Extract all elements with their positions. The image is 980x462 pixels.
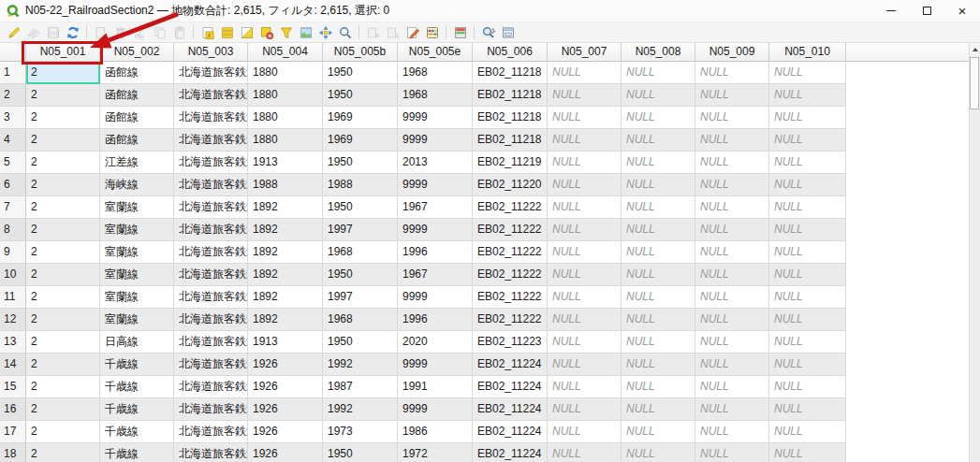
table-cell[interactable]: 1926 [248, 398, 323, 421]
table-cell[interactable]: NULL [548, 286, 622, 309]
table-cell[interactable]: 1969 [323, 129, 398, 152]
table-cell[interactable]: 2 [26, 219, 100, 241]
column-header-N05_007[interactable]: N05_007 [548, 43, 622, 62]
table-cell[interactable]: 2 [26, 376, 100, 398]
row-number[interactable]: 1 [0, 62, 26, 84]
table-cell[interactable]: 1880 [248, 62, 323, 84]
column-header-N05_002[interactable]: N05_002 [100, 43, 174, 62]
table-cell[interactable]: NULL [695, 219, 769, 241]
table-cell[interactable]: NULL [695, 331, 769, 354]
table-cell[interactable]: EB02_11224 [473, 398, 548, 421]
table-cell[interactable]: 9999 [398, 129, 473, 152]
table-cell[interactable]: NULL [769, 309, 846, 331]
table-cell[interactable]: 2 [26, 152, 100, 174]
table-cell[interactable]: EB02_11222 [473, 309, 548, 331]
table-cell[interactable]: NULL [695, 421, 769, 443]
table-cell[interactable]: 2 [26, 354, 100, 376]
table-cell[interactable]: 海峡線 [100, 174, 174, 196]
table-cell[interactable]: 2 [26, 129, 100, 152]
table-cell[interactable]: 1926 [248, 443, 323, 462]
table-cell[interactable]: NULL [769, 129, 846, 152]
table-cell[interactable]: NULL [769, 443, 846, 462]
corner-header[interactable] [0, 43, 26, 62]
table-cell[interactable]: 2 [26, 107, 100, 129]
table-cell[interactable]: NULL [695, 398, 769, 421]
table-cell[interactable]: NULL [769, 241, 846, 264]
select-all-button[interactable] [219, 24, 236, 41]
table-cell[interactable]: NULL [695, 286, 769, 309]
table-cell[interactable]: 北海道旅客鉄道... [174, 331, 248, 354]
minimize-button[interactable] [873, 0, 909, 22]
table-cell[interactable]: 2 [26, 241, 100, 264]
table-cell[interactable]: 千歳線 [100, 421, 174, 443]
row-number[interactable]: 14 [0, 354, 26, 376]
row-number[interactable]: 8 [0, 219, 26, 241]
conditional-formatting-button[interactable] [452, 24, 469, 41]
table-cell[interactable]: NULL [548, 309, 622, 331]
table-cell[interactable]: 北海道旅客鉄道... [174, 62, 248, 84]
table-cell[interactable]: NULL [695, 152, 769, 174]
table-cell[interactable]: NULL [622, 286, 695, 309]
table-cell[interactable]: 1967 [398, 196, 473, 219]
table-cell[interactable]: NULL [548, 152, 622, 174]
table-cell[interactable]: NULL [548, 376, 622, 398]
table-cell[interactable]: EB02_11224 [473, 376, 548, 398]
table-cell[interactable]: 北海道旅客鉄道... [174, 241, 248, 264]
table-cell[interactable]: 1967 [398, 264, 473, 286]
table-cell[interactable]: 北海道旅客鉄道... [174, 286, 248, 309]
table-cell[interactable]: NULL [548, 219, 622, 241]
table-cell[interactable]: EB02_11219 [473, 152, 548, 174]
table-cell[interactable]: 1973 [323, 421, 398, 443]
column-header-N05_010[interactable]: N05_010 [769, 43, 846, 62]
table-cell[interactable]: 1892 [248, 309, 323, 331]
row-number[interactable]: 18 [0, 443, 26, 462]
table-cell[interactable]: 1992 [323, 398, 398, 421]
table-cell[interactable]: 1997 [323, 219, 398, 241]
table-cell[interactable]: 北海道旅客鉄道... [174, 152, 248, 174]
table-cell[interactable]: 1950 [323, 196, 398, 219]
table-cell[interactable]: EB02_11224 [473, 421, 548, 443]
toggle-editing-mode-button[interactable] [6, 24, 22, 41]
table-cell[interactable]: 1892 [248, 264, 323, 286]
table-cell[interactable]: NULL [548, 241, 622, 264]
row-number[interactable]: 13 [0, 331, 26, 354]
table-cell[interactable]: 1926 [248, 354, 323, 376]
table-cell[interactable]: NULL [548, 84, 622, 107]
table-cell[interactable]: NULL [769, 264, 846, 286]
edit-field-button[interactable] [404, 24, 421, 41]
table-cell[interactable]: 1992 [323, 354, 398, 376]
table-cell[interactable]: 1991 [398, 376, 473, 398]
table-cell[interactable]: 2 [26, 264, 100, 286]
table-cell[interactable]: 2 [26, 443, 100, 462]
row-number[interactable]: 10 [0, 264, 26, 286]
table-cell[interactable]: 9999 [398, 286, 473, 309]
zoom-map-to-selected-button[interactable] [337, 24, 354, 41]
close-button[interactable]: × [944, 0, 980, 22]
table-cell[interactable]: 千歳線 [100, 398, 174, 421]
table-cell[interactable]: 1987 [323, 376, 398, 398]
table-cell[interactable]: 北海道旅客鉄道... [174, 129, 248, 152]
table-cell[interactable]: 1950 [323, 264, 398, 286]
table-cell[interactable]: NULL [622, 354, 695, 376]
table-cell[interactable]: NULL [695, 241, 769, 264]
column-header-N05_009[interactable]: N05_009 [695, 43, 769, 62]
table-cell[interactable]: NULL [548, 62, 622, 84]
scrollbar-thumb[interactable] [970, 57, 979, 109]
table-cell[interactable]: NULL [769, 219, 846, 241]
table-cell[interactable]: NULL [695, 309, 769, 331]
table-cell[interactable]: 北海道旅客鉄道... [174, 219, 248, 241]
table-cell[interactable]: NULL [548, 398, 622, 421]
table-cell[interactable]: NULL [695, 264, 769, 286]
table-cell[interactable]: 1986 [398, 421, 473, 443]
column-header-N05_006[interactable]: N05_006 [473, 43, 548, 62]
table-cell[interactable]: NULL [695, 174, 769, 196]
table-cell[interactable]: 1988 [323, 174, 398, 196]
table-cell[interactable]: NULL [695, 62, 769, 84]
table-cell[interactable]: 2020 [398, 331, 473, 354]
table-cell[interactable]: NULL [548, 129, 622, 152]
table-cell[interactable]: NULL [622, 264, 695, 286]
table-cell[interactable]: NULL [622, 241, 695, 264]
table-cell[interactable]: 函館線 [100, 62, 174, 84]
table-cell[interactable]: EB02_11220 [473, 174, 548, 196]
move-selection-to-top-button[interactable] [298, 24, 314, 41]
